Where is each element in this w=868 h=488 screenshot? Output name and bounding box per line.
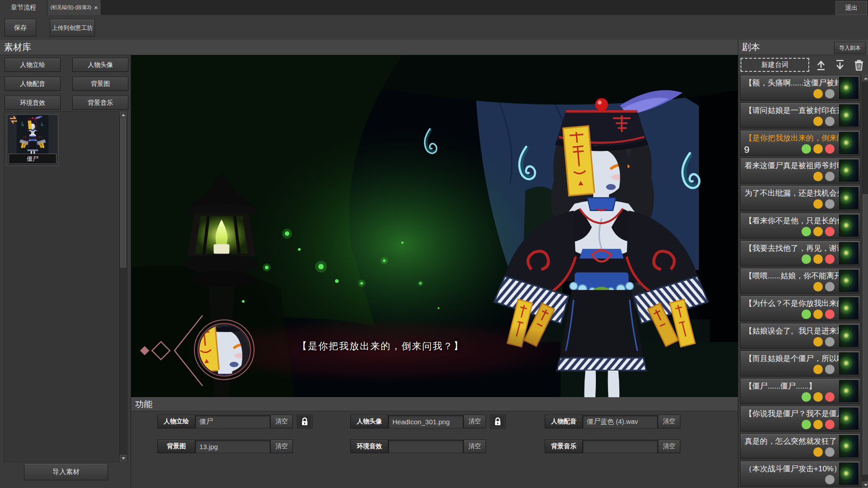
script-entry[interactable]: 真是的，怎么突然就发狂了？	[740, 433, 860, 459]
field-character-headicon: 人物头像 HeadIcon_301.png 清空	[350, 415, 505, 428]
script-entry[interactable]: 【喂喂......姑娘，你不能离开	[740, 268, 860, 294]
script-entry[interactable]: 【姑娘误会了。我只是进来逛	[740, 323, 860, 349]
exit-button[interactable]: 退出	[835, 1, 867, 15]
entry-status-dots	[802, 254, 835, 264]
tab-paragraph[interactable]: (初见端倪)-(段落3) ×	[47, 0, 101, 15]
script-entry[interactable]: 【你说我是僵尸？我不是僵尸	[740, 406, 860, 432]
delete-line-button[interactable]	[852, 58, 866, 72]
status-dot-red	[825, 420, 835, 429]
status-dot-yellow	[813, 282, 823, 291]
field-label[interactable]: 背景音乐	[545, 440, 583, 453]
arrow-down-bar-icon	[834, 59, 846, 71]
scrollbar-thumb[interactable]	[120, 118, 126, 267]
swap-icon[interactable]	[9, 116, 19, 124]
background-image-value[interactable]: 13.jpg	[195, 440, 270, 453]
move-to-top-button[interactable]	[814, 58, 828, 72]
library-btn-character-headicon[interactable]: 人物头像	[72, 58, 128, 72]
script-entry[interactable]: 【而且姑娘是个僵尸，所以断	[740, 351, 860, 376]
move-to-bottom-button[interactable]	[833, 58, 847, 72]
script-entry[interactable]: 【请问姑娘是一直被封印在这	[740, 103, 860, 128]
script-entry[interactable]: 【是你把我放出来的，倒来问 9	[740, 130, 860, 156]
script-scrollbar[interactable]	[862, 75, 868, 488]
status-dot-yellow	[813, 420, 823, 429]
status-dot-green	[802, 144, 811, 154]
script-panel: 剧本 导入剧本 新建台词	[738, 40, 868, 488]
script-entry[interactable]: 【我要去找他了，再见，谢谢	[740, 240, 860, 266]
dialogue-text: 【是你把我放出来的，倒来问我？】	[297, 340, 464, 352]
library-btn-background-image[interactable]: 背景图	[72, 77, 128, 91]
import-script-button[interactable]: 导入剧本	[834, 42, 866, 54]
asset-card-zombie[interactable]: 僵尸	[7, 114, 58, 166]
entry-text: 【姑娘误会了。我只是进来逛	[745, 326, 839, 336]
status-dot-yellow	[813, 172, 823, 181]
library-btn-ambient-sound[interactable]: 环境音效	[5, 96, 61, 110]
status-dot-green	[802, 227, 811, 236]
character-sprite-value[interactable]: 僵尸	[195, 415, 270, 428]
character-headicon-value[interactable]: HeadIcon_301.png	[388, 415, 463, 428]
field-ambient-sound: 环境音效 清空	[350, 440, 486, 453]
scroll-down-icon[interactable]	[120, 455, 127, 461]
background-music-value[interactable]	[583, 440, 658, 453]
scroll-up-icon[interactable]	[862, 75, 868, 81]
new-line-button[interactable]: 新建台词	[741, 58, 809, 72]
status-dot-red	[825, 310, 835, 319]
field-label[interactable]: 人物立绘	[157, 415, 195, 428]
status-dot-gray	[825, 199, 835, 209]
entry-text: 【额，头痛啊......这僵尸被封	[745, 78, 839, 88]
clear-button[interactable]: 清空	[658, 440, 680, 453]
entry-text: 为了不出纰漏，还是找机会先	[745, 188, 839, 198]
entry-thumbnail	[839, 297, 859, 319]
field-label[interactable]: 人物头像	[350, 415, 388, 428]
entry-status-dots	[813, 447, 835, 457]
scrollbar-thumb[interactable]	[863, 194, 868, 474]
close-icon[interactable]: ×	[94, 4, 98, 11]
entry-status-dots	[813, 117, 835, 126]
character-voice-value[interactable]: 僵尸蓝色 (4).wav	[583, 415, 658, 428]
script-entry[interactable]: 【额，头痛啊......这僵尸被封	[740, 75, 860, 101]
tab-bar: 章节流程 (初见端倪)-(段落3) × 退出	[0, 0, 868, 15]
script-entry[interactable]: 为了不出纰漏，还是找机会先	[740, 185, 860, 211]
lock-button[interactable]	[297, 415, 312, 428]
toolbar: 保存 上传到创意工坊	[0, 15, 868, 40]
script-entry[interactable]: （本次战斗僵尸攻击+10%）	[740, 461, 860, 487]
status-dot-gray	[825, 89, 835, 99]
field-background-image: 背景图 13.jpg 清空	[157, 440, 293, 453]
save-button[interactable]: 保存	[5, 19, 36, 37]
script-entry[interactable]: 【为什么？不是你放我出来的	[740, 296, 860, 321]
library-btn-character-voice[interactable]: 人物配音	[5, 77, 61, 91]
entry-thumbnail	[839, 77, 859, 99]
library-scrollbar[interactable]	[119, 112, 127, 461]
library-header: 素材库	[0, 40, 738, 55]
library-btn-character-sprite[interactable]: 人物立绘	[5, 58, 61, 72]
status-dot-gray	[825, 337, 835, 347]
field-label[interactable]: 背景图	[157, 440, 195, 453]
status-dot-yellow	[813, 144, 823, 154]
lock-button[interactable]	[490, 415, 505, 428]
scroll-down-icon[interactable]	[862, 482, 868, 488]
clear-button[interactable]: 清空	[270, 440, 293, 453]
script-header: 剧本 导入剧本	[738, 40, 868, 55]
field-label[interactable]: 环境音效	[350, 440, 388, 453]
tab-chapter-flow[interactable]: 章节流程	[0, 0, 47, 15]
scroll-up-icon[interactable]	[120, 112, 127, 118]
entry-status-dots	[825, 475, 835, 484]
clear-button[interactable]: 清空	[658, 415, 680, 428]
entry-badge: 9	[744, 144, 750, 155]
script-entry[interactable]: 【僵尸......僵尸......】	[740, 378, 860, 404]
script-entry[interactable]: 看来这僵尸真是被祖师爷封印	[740, 158, 860, 183]
ambient-sound-value[interactable]	[388, 440, 463, 453]
library-btn-background-music[interactable]: 背景音乐	[72, 96, 128, 110]
clear-button[interactable]: 清空	[270, 415, 293, 428]
upload-workshop-button[interactable]: 上传到创意工坊	[50, 19, 95, 37]
trash-icon	[854, 59, 864, 71]
clear-button[interactable]: 清空	[463, 415, 486, 428]
script-entry[interactable]: 【看来你不是他，只是长的像	[740, 213, 860, 239]
field-label[interactable]: 人物配音	[545, 415, 583, 428]
import-assets-button[interactable]: 导入素材	[24, 463, 108, 480]
status-dot-red	[825, 227, 835, 236]
tab-label: 章节流程	[11, 4, 36, 12]
status-dot-green	[802, 420, 811, 429]
clear-button[interactable]: 清空	[463, 440, 486, 453]
asset-label: 僵尸	[9, 154, 57, 164]
entry-thumbnail	[839, 104, 859, 127]
